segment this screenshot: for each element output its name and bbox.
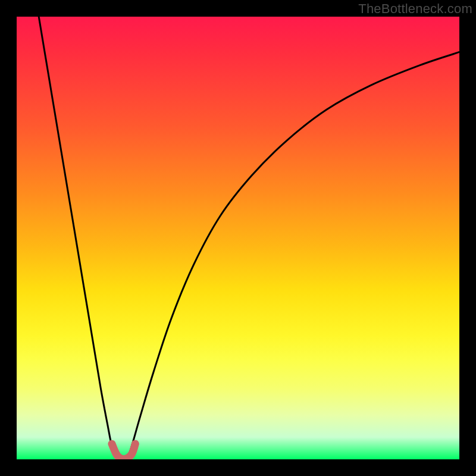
chart-frame: TheBottleneck.com <box>0 0 476 476</box>
plot-area <box>17 17 459 459</box>
series-dip-marker <box>112 444 135 459</box>
chart-svg <box>17 17 459 459</box>
series-right-curve <box>127 52 459 459</box>
series-left-curve <box>39 17 118 459</box>
watermark-text: TheBottleneck.com <box>358 1 472 17</box>
